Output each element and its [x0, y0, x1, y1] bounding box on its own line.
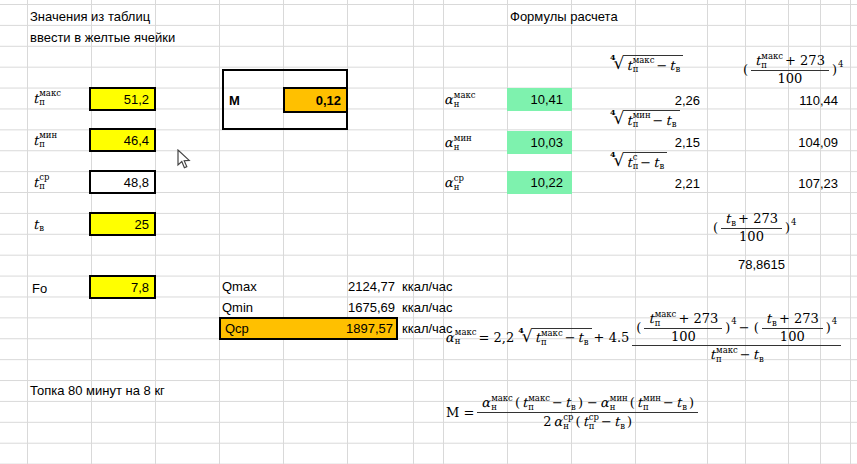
t-avg-label: tсрп [32, 170, 50, 194]
pow-max-value-cell[interactable]: 110,44 [758, 93, 838, 108]
alpha-min-cell[interactable]: 10,03 [507, 131, 572, 154]
t-max-input-cell[interactable]: 51,2 [89, 87, 156, 111]
alpha-avg-label: αсрн [443, 171, 465, 194]
m-result-box: M 0,12 [222, 69, 348, 130]
qavg-label: Qср [225, 321, 249, 336]
m-label: M [229, 93, 240, 108]
root-max-value-cell[interactable]: 2,26 [630, 93, 700, 108]
t-avg-value: 48,8 [124, 175, 149, 190]
m-formula: M =αмаксн(tмаксп−tв) −αминн(tминп−tв)2αс… [445, 394, 700, 431]
root-avg-value-cell[interactable]: 2,21 [630, 176, 700, 191]
t-min-label: tминп [32, 128, 58, 152]
root-min-formula: 4√tминп−tв [607, 110, 681, 129]
alpha-avg-value: 10,22 [530, 175, 563, 190]
pow-tv-value-cell[interactable]: 78,8615 [705, 257, 785, 272]
pow-avg-value-cell[interactable]: 107,23 [758, 176, 838, 191]
qavg-highlight-cell[interactable]: Qср 1897,57 [219, 317, 398, 340]
mouse-cursor-icon [177, 149, 191, 174]
qmax-label: Qmax [222, 276, 257, 297]
t-max-label: tмаксп [32, 86, 62, 110]
alpha-max-cell[interactable]: 10,41 [507, 88, 572, 111]
fo-input-cell[interactable]: 7,8 [89, 275, 156, 299]
qmin-label: Qmin [222, 297, 253, 318]
t-air-value: 25 [135, 217, 149, 232]
alpha-avg-cell[interactable]: 10,22 [507, 171, 572, 194]
t-avg-cell[interactable]: 48,8 [89, 170, 156, 194]
root-avg-formula: 4√tсп−tв [607, 152, 668, 171]
t-min-value: 46,4 [124, 133, 149, 148]
formulas-header: Формулы расчета [510, 9, 618, 24]
m-value-cell[interactable]: 0,12 [283, 87, 348, 113]
instruction-line2: ввести в желтые ячейки [30, 30, 175, 45]
qmax-unit: ккал/час [402, 279, 453, 294]
m-value: 0,12 [316, 93, 341, 108]
instruction-line1: Значения из таблиц [30, 9, 150, 24]
alpha-min-value: 10,03 [530, 135, 563, 150]
alpha-main-formula: αмаксн= 2,24√tмаксп−tв+ 4.5(tмаксп+ 2731… [444, 310, 843, 364]
t-max-value: 51,2 [124, 92, 149, 107]
root-min-value-cell[interactable]: 2,15 [630, 135, 700, 150]
t-air-input-cell[interactable]: 25 [89, 212, 156, 236]
alpha-max-label: αмаксн [443, 88, 477, 111]
qmax-value-cell[interactable]: 2124,77 [283, 279, 395, 294]
pow-min-value-cell[interactable]: 104,09 [758, 135, 838, 150]
alpha-min-label: αминн [443, 131, 473, 154]
fo-label: Fo [32, 281, 47, 296]
alpha-max-value: 10,41 [530, 92, 563, 107]
fo-value: 7,8 [131, 280, 149, 295]
pow-tv-formula: (tв+ 273100)4 [712, 210, 797, 245]
t-min-input-cell[interactable]: 46,4 [89, 128, 156, 152]
root-max-formula: 4√tмаксп−tв [607, 55, 684, 74]
pow-max-formula: (tмаксп+ 273100)4 [742, 52, 844, 87]
note-text: Топка 80 минут на 8 кг [30, 383, 165, 398]
qmin-value-cell[interactable]: 1675,69 [283, 300, 395, 315]
t-air-label: tв [32, 212, 45, 236]
qavg-value: 1897,57 [346, 321, 393, 336]
